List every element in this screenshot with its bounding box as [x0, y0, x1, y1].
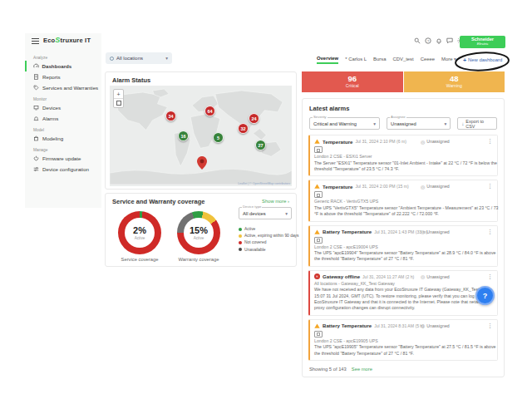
new-dashboard-button[interactable]: +New dashboard: [463, 57, 502, 63]
kebab-menu-icon[interactable]: ⋮: [487, 183, 493, 190]
power-icon: [33, 155, 39, 161]
alarm-description: The UPS "VertivGTX5" Temperature sensor …: [314, 205, 499, 218]
menu-icon[interactable]: [32, 38, 39, 44]
alarm-list: Temperature Jul 31, 2024 2:10 PM (6 m) ◎…: [308, 135, 498, 361]
assignee-chip[interactable]: ◎Unassigned: [421, 229, 450, 234]
alarm-timestamp: Jul 31, 2024 11:27 AM (2 h): [362, 274, 414, 279]
help-fab-button[interactable]: ?: [475, 286, 495, 305]
see-more-link[interactable]: See more: [352, 367, 372, 372]
alarm-title[interactable]: Gateway offline: [323, 273, 360, 279]
alarm-title[interactable]: Battery Temperature: [323, 229, 372, 234]
tab-carlos[interactable]: * Carlos L: [345, 57, 367, 63]
alarm-card[interactable]: Temperature Jul 31, 2024 2:00 PM (15 m) …: [308, 180, 498, 221]
sidebar-item-device-configuration[interactable]: Device configuration: [25, 164, 101, 175]
alarm-card[interactable]: Battery Temperature Jul 31, 2024 1:43 PM…: [308, 225, 498, 267]
sidebar-item-devices[interactable]: Devices: [25, 102, 101, 113]
feedback-icon[interactable]: [446, 37, 453, 44]
warning-summary[interactable]: 48 Warning: [404, 71, 505, 92]
zoom-in-button[interactable]: +: [114, 90, 123, 98]
legend-dot-unavailable: [239, 248, 242, 251]
sidebar-item-dashboards[interactable]: Dashboards: [25, 61, 101, 71]
service-coverage-percent: 2%: [133, 225, 146, 235]
map-marker-critical[interactable]: 64: [204, 106, 215, 116]
alarm-description: The Server "ESXi1" Temperature sensor "0…: [314, 160, 499, 173]
kebab-menu-icon[interactable]: ⋮: [487, 138, 493, 145]
fullscreen-button[interactable]: [114, 98, 123, 107]
search-icon[interactable]: [413, 37, 421, 44]
map-marker-critical[interactable]: 34: [165, 111, 176, 121]
latest-alarms-title: Latest alarms: [309, 105, 497, 112]
alarm-location: London 2 CSE - ESXi1 Server: [314, 154, 493, 159]
unassigned-icon: ◎: [421, 139, 425, 145]
legend-dot-active: [239, 228, 242, 231]
sidebar-section-model: Model: [33, 128, 101, 132]
alarm-timestamp: Jul 31, 2024 2:10 PM (6 m): [355, 139, 406, 144]
coverage-card: Service and Warranty coverage Show more …: [105, 193, 297, 267]
alarm-card[interactable]: ✕ Gateway offline Jul 31, 2024 11:27 AM …: [308, 270, 498, 316]
alarm-status-card: Alarm Status + 34 64 24 32 16 5 27: [105, 71, 297, 190]
report-icon: [33, 74, 39, 80]
sidebar-item-services-warranties[interactable]: Services and Warranties: [25, 82, 101, 93]
device-type-icon: [314, 237, 323, 244]
latest-alarms-card: Latest alarms Severity Critical and Warn…: [302, 98, 505, 377]
tab-more[interactable]: More ▾: [441, 57, 456, 63]
alarm-timestamp: Jul 31, 2024 8:31 AM (5 h): [374, 323, 424, 328]
sidebar-section-monitor: Monitor: [33, 97, 101, 101]
alarm-title[interactable]: Temperature: [323, 139, 352, 145]
show-more-link[interactable]: Show more ›: [262, 199, 289, 204]
alarm-bell-icon: [33, 116, 39, 121]
kebab-menu-icon[interactable]: ⋮: [487, 229, 493, 235]
map-marker-critical[interactable]: 24: [249, 113, 259, 124]
tab-cdv-test[interactable]: CDV_test: [392, 57, 413, 63]
sidebar-item-modeling[interactable]: Modeling: [25, 133, 101, 144]
location-icon: [110, 57, 114, 61]
help-icon[interactable]: ?: [424, 37, 431, 44]
warning-icon: [314, 229, 320, 234]
alarm-filters: Severity Critical and Warning ▾ Assignee…: [309, 117, 497, 130]
plus-icon: +: [463, 57, 466, 63]
map-marker-normal[interactable]: 16: [178, 131, 189, 141]
location-filter[interactable]: All locations ▾: [106, 52, 172, 64]
chevron-down-icon: ▾: [285, 211, 288, 216]
sliders-icon: [33, 166, 39, 172]
kebab-menu-icon[interactable]: ⋮: [487, 323, 493, 329]
tab-overview[interactable]: Overview: [317, 56, 338, 64]
warranty-coverage-label: Warranty coverage: [169, 257, 229, 262]
alarm-card[interactable]: Battery Temperature Jul 31, 2024 8:31 AM…: [308, 319, 498, 361]
export-csv-button[interactable]: ↓ Export to CSV: [457, 117, 497, 130]
sidebar-item-firmware-update[interactable]: Firmware update: [25, 153, 101, 164]
legend-dot-expiring: [239, 234, 242, 238]
alarm-status-map[interactable]: + 34 64 24 32 16 5 27 Leaflet | © OpenSt…: [110, 86, 292, 186]
map-marker-normal[interactable]: 5: [213, 132, 224, 143]
tab-ceeee[interactable]: Ceeee: [421, 57, 435, 63]
service-coverage-donut: 2%Active: [118, 211, 161, 254]
assignee-chip[interactable]: ◎Unassigned: [421, 323, 450, 328]
chevron-down-icon: ▾: [445, 121, 447, 126]
critical-summary[interactable]: 96 Critical: [302, 71, 403, 92]
assignee-chip[interactable]: ◎Unassigned: [421, 184, 450, 190]
map-marker-normal[interactable]: 27: [255, 140, 266, 150]
kebab-menu-icon[interactable]: ⋮: [487, 273, 493, 280]
sidebar-item-reports[interactable]: Reports: [25, 71, 101, 82]
device-type-icon: [314, 331, 323, 337]
assignee-chip[interactable]: ◎Unassigned: [421, 139, 450, 145]
tab-bursa[interactable]: Bursa: [373, 57, 386, 63]
alarm-title[interactable]: Battery Temperature: [323, 323, 372, 328]
sidebar: Analyze Dashboards Reports Services and …: [25, 50, 101, 208]
alarm-location: London 2 CSE - apcE19004 UPS: [314, 244, 493, 249]
assignee-select[interactable]: Assignee Unassigned ▾: [387, 117, 451, 130]
alarm-title[interactable]: Temperature: [323, 184, 352, 190]
alarm-description: The UPS "apcE19904" Temperature sensor "…: [314, 250, 499, 263]
chevron-down-icon: ▾: [165, 56, 168, 61]
showing-count: Showing 5 of 143: [309, 367, 347, 372]
assignee-chip[interactable]: ◎Unassigned: [421, 273, 450, 279]
location-pin-icon[interactable]: [197, 156, 207, 170]
alarm-card[interactable]: Temperature Jul 31, 2024 2:10 PM (6 m) ◎…: [308, 135, 498, 176]
map-marker-critical[interactable]: 32: [238, 123, 249, 134]
device-type-icon: [314, 146, 323, 153]
sidebar-item-alarms[interactable]: Alarms: [25, 113, 101, 124]
notifications-icon[interactable]: [435, 37, 442, 44]
device-type-select[interactable]: Device type All devices ▾: [239, 207, 292, 219]
severity-select[interactable]: Severity Critical and Warning ▾: [309, 117, 380, 130]
alarm-summary: 96 Critical 48 Warning: [302, 71, 505, 92]
